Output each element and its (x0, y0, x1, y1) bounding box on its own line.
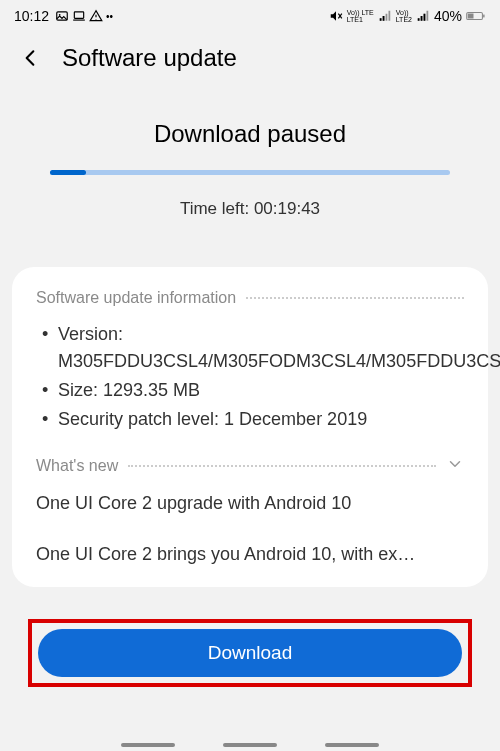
progress-fill (50, 170, 86, 175)
back-button[interactable] (18, 46, 42, 70)
svg-rect-5 (468, 14, 474, 19)
download-button[interactable]: Download (38, 629, 462, 677)
chevron-down-icon (446, 455, 464, 477)
laptop-icon (72, 9, 86, 23)
signal2-icon (416, 9, 430, 23)
warning-icon (89, 9, 103, 23)
download-status: Download paused (35, 120, 465, 148)
info-item: Version: M305FDDU3CSL4/M305FODM3CSL4/M30… (42, 321, 464, 375)
divider-dots (128, 465, 436, 467)
whats-new-title: What's new (36, 457, 118, 475)
more-icon: •• (106, 11, 113, 22)
nav-recents[interactable] (121, 743, 175, 747)
battery-icon (466, 9, 486, 23)
sim1-label: Vo)) LTE (347, 9, 374, 16)
whats-new-header[interactable]: What's new (36, 455, 464, 477)
page-title: Software update (62, 44, 237, 72)
status-time: 10:12 (14, 8, 49, 24)
highlight-box: Download (28, 619, 472, 687)
battery-percent: 40% (434, 8, 462, 24)
svg-rect-2 (74, 12, 83, 18)
progress-bar (50, 170, 450, 175)
info-item: Size: 1293.35 MB (42, 377, 464, 404)
info-section-title: Software update information (36, 289, 236, 307)
time-left: Time left: 00:19:43 (35, 199, 465, 219)
whats-new-headline: One UI Core 2 upgrade with Android 10 (36, 491, 464, 516)
nav-bar (0, 743, 500, 747)
signal1-icon (378, 9, 392, 23)
whats-new-body: One UI Core 2 brings you Android 10, wit… (36, 542, 464, 567)
header: Software update (0, 32, 500, 90)
sim2-label: Vo)) (396, 9, 412, 16)
nav-home[interactable] (223, 743, 277, 747)
status-bar: 10:12 •• Vo)) LTE LTE1 Vo)) LTE2 40% (0, 0, 500, 32)
mute-icon (329, 9, 343, 23)
svg-rect-4 (483, 15, 484, 18)
divider-dots (246, 297, 464, 299)
nav-back[interactable] (325, 743, 379, 747)
info-card: Software update information Version: M30… (12, 267, 488, 587)
image-icon (55, 9, 69, 23)
sim1b-label: LTE1 (347, 16, 374, 23)
info-list: Version: M305FDDU3CSL4/M305FODM3CSL4/M30… (36, 321, 464, 433)
sim2b-label: LTE2 (396, 16, 412, 23)
info-item: Security patch level: 1 December 2019 (42, 406, 464, 433)
